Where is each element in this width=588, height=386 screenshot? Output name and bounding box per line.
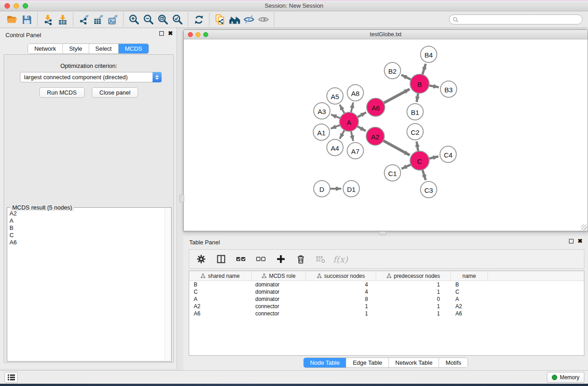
graph-node-C[interactable]: C (410, 151, 429, 170)
node-label: A8 (351, 90, 359, 97)
control-panel: Control Panel ✖ Network Style Select MCD… (0, 28, 177, 369)
memory-button[interactable]: Memory (547, 372, 584, 383)
function-builder-button[interactable]: f(x) (334, 253, 347, 266)
deselect-all-button[interactable] (254, 253, 267, 266)
float-panel-icon[interactable] (159, 31, 164, 36)
table-settings-button[interactable] (195, 253, 207, 266)
graph-node-D1[interactable]: D1 (343, 181, 359, 197)
task-history-button[interactable] (5, 372, 18, 383)
select-all-button[interactable] (234, 253, 247, 266)
mcds-result-list: A2 A B C A6 (8, 208, 165, 361)
zoom-fit-button[interactable] (156, 13, 170, 26)
window-resize-grip[interactable] (581, 224, 587, 230)
graph-node-B1[interactable]: B1 (407, 104, 423, 120)
mcds-result-item[interactable]: A (10, 217, 165, 224)
hide-selected-button[interactable] (242, 13, 256, 26)
tab-node-table[interactable]: Node Table (304, 358, 347, 367)
run-mcds-button[interactable]: Run MCDS (39, 87, 85, 98)
optimization-criterion-label: Optimization criterion: (4, 62, 173, 69)
network-canvas[interactable]: B4B2BB3A5A8A6A3AB1A1C2A4A7A2C4CC1C3DD1 (184, 39, 588, 231)
zoom-out-button[interactable] (141, 13, 156, 26)
tab-motifs[interactable]: Motifs (439, 358, 468, 367)
graph-node-B[interactable]: B (410, 74, 429, 93)
table-row[interactable]: C dominator 4 1 C (189, 288, 584, 295)
tab-network-table[interactable]: Network Table (389, 358, 439, 367)
graph-node-A4[interactable]: A4 (327, 139, 343, 156)
node-label: B (417, 81, 422, 88)
graph-node-B3[interactable]: B3 (440, 81, 457, 97)
open-session-button[interactable] (5, 13, 19, 26)
cell-shared-name: B (189, 281, 252, 288)
graph-node-A5[interactable]: A5 (327, 88, 343, 104)
graph-node-C1[interactable]: C1 (384, 165, 401, 181)
graph-node-C2[interactable]: C2 (407, 124, 423, 140)
tab-edge-table[interactable]: Edge Table (346, 358, 389, 367)
close-panel-icon[interactable]: ✖ (168, 31, 173, 36)
column-header-predecessor-nodes[interactable]: predecessor nodes (376, 271, 451, 281)
table-close-icon[interactable]: ✖ (578, 239, 583, 243)
show-all-button[interactable] (256, 13, 271, 26)
column-header-shared-name[interactable]: shared name (189, 271, 252, 281)
close-panel-button[interactable]: Close panel (92, 87, 139, 98)
attribute-tree-icon (262, 273, 267, 278)
table-row[interactable]: A dominator 8 0 A (189, 295, 584, 303)
import-network-button[interactable] (41, 13, 55, 26)
column-header-mcds-role[interactable]: MCDS role (252, 271, 306, 281)
duplicate-network-button[interactable] (213, 13, 227, 26)
search-input[interactable] (460, 15, 582, 24)
home-neighbors-button[interactable] (227, 13, 242, 26)
network-import-icon (43, 14, 54, 25)
tab-select[interactable]: Select (89, 44, 119, 53)
delete-table-button[interactable] (314, 253, 327, 266)
export-table-button[interactable] (91, 13, 105, 26)
graph-node-D[interactable]: D (314, 181, 330, 197)
table-row[interactable]: A2 connector 1 1 A2 (189, 303, 584, 310)
mcds-result-item[interactable]: B (10, 224, 165, 232)
zoom-selected-button[interactable] (170, 13, 185, 26)
mcds-result-item[interactable]: C (10, 232, 165, 239)
import-table-button[interactable] (55, 13, 70, 26)
table-row[interactable]: B dominator 4 1 B (189, 281, 584, 288)
tab-style[interactable]: Style (63, 44, 89, 53)
save-session-button[interactable] (19, 13, 34, 26)
graph-node-A8[interactable]: A8 (347, 85, 363, 101)
graph-node-B4[interactable]: B4 (421, 46, 437, 62)
horizontal-splitter-grip[interactable] (379, 231, 386, 235)
unchecked-boxes-icon (256, 254, 266, 264)
cell-successor-nodes: 4 (306, 281, 376, 288)
plus-icon (276, 254, 286, 264)
circular-arrows-icon (193, 14, 205, 25)
control-panel-tabbar: Network Style Select MCDS (28, 43, 149, 54)
table-float-icon[interactable] (569, 239, 574, 243)
criterion-dropdown[interactable]: largest connected component (directed) (20, 72, 162, 82)
graph-node-A[interactable]: A (339, 112, 359, 131)
node-label: B3 (445, 86, 453, 94)
magnifier-plus-icon (128, 14, 140, 25)
delete-column-button[interactable] (294, 253, 307, 266)
result-list-scrollbar[interactable] (165, 208, 171, 361)
add-column-button[interactable] (274, 253, 287, 266)
export-network-button[interactable] (76, 13, 91, 26)
refresh-view-button[interactable] (191, 13, 206, 26)
toolbar-group-import (38, 13, 73, 26)
vertical-splitter-grip[interactable] (179, 195, 184, 202)
tab-mcds[interactable]: MCDS (119, 44, 148, 53)
column-header-successor-nodes[interactable]: successor nodes (306, 271, 376, 281)
main-toolbar (0, 11, 588, 28)
graph-node-A7[interactable]: A7 (347, 143, 363, 159)
zoom-in-button[interactable] (127, 13, 141, 26)
graph-node-B2[interactable]: B2 (384, 62, 401, 79)
graph-node-A1[interactable]: A1 (313, 124, 330, 140)
graph-node-A3[interactable]: A3 (314, 103, 330, 119)
table-row[interactable]: A6 connector 1 1 A6 (189, 310, 584, 317)
mcds-result-item[interactable]: A2 (10, 210, 165, 217)
export-image-button[interactable] (105, 13, 120, 26)
show-columns-button[interactable] (215, 253, 227, 266)
graph-node-A2[interactable]: A2 (366, 127, 384, 145)
column-header-name[interactable]: name (451, 271, 488, 281)
graph-node-A6[interactable]: A6 (367, 98, 385, 116)
graph-node-C4[interactable]: C4 (440, 146, 456, 162)
mcds-result-item[interactable]: A6 (10, 239, 165, 246)
graph-node-C3[interactable]: C3 (421, 181, 437, 198)
tab-network[interactable]: Network (28, 44, 63, 53)
